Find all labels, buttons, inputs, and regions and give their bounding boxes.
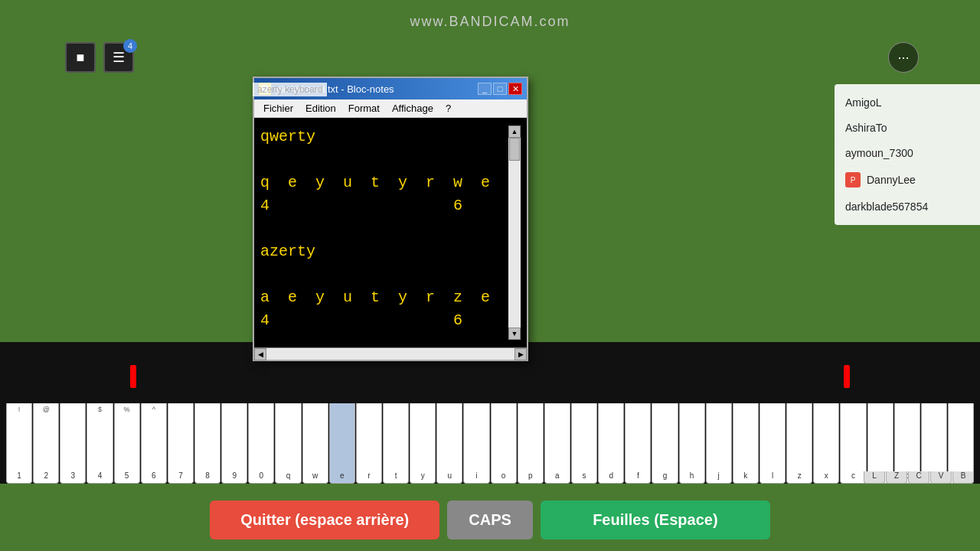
player-name: AshiraTo [845, 122, 887, 134]
maximize-button[interactable]: □ [493, 83, 507, 95]
player-item: AshiraTo [835, 116, 980, 141]
piano-key-e[interactable]: e [329, 403, 355, 484]
piano-key-7[interactable]: 7 [168, 403, 194, 484]
menu-edition[interactable]: Edition [299, 101, 342, 116]
piano-key-0[interactable]: 0 [248, 403, 274, 484]
top-left-icons: ■ ☰ 4 [65, 42, 134, 73]
menu-format[interactable]: Format [342, 101, 386, 116]
player-item: darkblade567854 [835, 194, 980, 219]
piano-key-8[interactable]: 8 [194, 403, 220, 484]
notification-button[interactable]: ☰ 4 [103, 42, 134, 73]
more-button[interactable]: ··· [888, 42, 919, 73]
piano-key-4[interactable]: $4 [87, 403, 113, 484]
piano-key-t[interactable]: t [383, 403, 409, 484]
caps-button[interactable]: CAPS [447, 500, 533, 540]
scroll-left-arrow[interactable]: ◀ [254, 348, 266, 360]
piano-key-V[interactable]: V [930, 471, 952, 484]
piano-key-Z-right[interactable]: Z [886, 471, 907, 484]
piano-key-x[interactable]: x [813, 403, 839, 484]
piano-key-f[interactable]: f [625, 403, 651, 484]
piano-key-k[interactable]: k [733, 403, 759, 484]
stop-icon: ■ [77, 50, 85, 66]
piano-key-9[interactable]: 9 [221, 403, 247, 484]
red-indicator-left [130, 365, 136, 388]
piano-key-w[interactable]: w [302, 403, 328, 484]
piano-key-a[interactable]: a [544, 403, 570, 484]
piano-key-6[interactable]: ^6 [141, 403, 167, 484]
player-item: aymoun_7300 [835, 141, 980, 166]
player-name: DannyLee [867, 174, 916, 186]
player-name: aymoun_7300 [845, 147, 913, 159]
piano-key-L[interactable]: L [864, 471, 885, 484]
notepad-scrollbar-vertical[interactable]: ▲ ▼ [508, 126, 521, 340]
piano-key-C[interactable]: C [908, 471, 929, 484]
more-icon: ··· [897, 50, 909, 66]
scrollbar-thumb[interactable] [509, 138, 520, 161]
piano-key-o[interactable]: o [491, 403, 517, 484]
notepad-menubar: Fichier Edition Format Affichage ? [254, 99, 527, 118]
red-indicator-right [844, 365, 850, 388]
piano-key-i[interactable]: i [463, 403, 489, 484]
azerty-keyboard-label: azerty keyboard [253, 83, 327, 96]
notepad-scrollbar-horizontal[interactable]: ◀ ▶ [254, 347, 527, 360]
piano-key-r[interactable]: r [356, 403, 382, 484]
piano-key-g[interactable]: g [652, 403, 678, 484]
player-item: AmigoL [835, 90, 980, 116]
menu-help[interactable]: ? [439, 101, 457, 116]
piano-key-u[interactable]: u [436, 403, 462, 484]
stop-button[interactable]: ■ [65, 42, 96, 73]
close-button[interactable]: ✕ [508, 83, 522, 95]
menu-fichier[interactable]: Fichier [257, 101, 299, 116]
player-badge-icon: P [845, 172, 861, 187]
scroll-up-arrow[interactable]: ▲ [508, 126, 521, 138]
right-special-keys: L Z C V B [864, 403, 974, 484]
bottom-buttons-bar: Quitter (espace arrière) CAPS Feuilles (… [0, 500, 980, 540]
piano-key-y[interactable]: y [410, 403, 436, 484]
quit-button[interactable]: Quitter (espace arrière) [210, 500, 439, 540]
watermark: www.BANDICAM.com [410, 14, 570, 30]
piano-key-h[interactable]: h [679, 403, 705, 484]
piano-key-z[interactable]: z [786, 403, 812, 484]
piano-key-d[interactable]: d [598, 403, 624, 484]
piano-key-B-right[interactable]: B [952, 471, 974, 484]
menu-affichage[interactable]: Affichage [386, 101, 439, 116]
player-list: AmigoL AshiraTo aymoun_7300 P DannyLee d… [835, 84, 980, 225]
scroll-down-arrow[interactable]: ▼ [508, 328, 521, 340]
h-scrollbar-track[interactable] [266, 348, 514, 360]
piano-body: !1 @2 3 $4 %5 ^6 7 8 9 0 q w e r t y u i… [0, 342, 980, 484]
player-item: P DannyLee [835, 166, 980, 194]
piano-key-p[interactable]: p [518, 403, 544, 484]
piano-key-1[interactable]: !1 [6, 403, 32, 484]
piano-key-c[interactable]: c [840, 403, 866, 484]
feuilles-button[interactable]: Feuilles (Espace) [541, 500, 770, 540]
white-keys-container: !1 @2 3 $4 %5 ^6 7 8 9 0 q w e r t y u i… [6, 403, 974, 484]
notepad-content-area: qwerty q e y u t y r w e 4 6 azerty a e … [254, 118, 527, 347]
scrollbar-track[interactable] [508, 138, 521, 328]
player-name: AmigoL [845, 96, 881, 109]
piano-key-s[interactable]: s [571, 403, 597, 484]
piano-key-5[interactable]: %5 [114, 403, 140, 484]
piano-key-2[interactable]: @2 [33, 403, 59, 484]
notepad-window: 📄 plc kid cudi.txt - Bloc-notes _ □ ✕ Fi… [253, 77, 528, 361]
piano-key-q[interactable]: q [275, 403, 301, 484]
top-right-menu: ··· [888, 42, 919, 73]
piano-key-j[interactable]: j [706, 403, 732, 484]
piano-key-l[interactable]: l [760, 403, 786, 484]
notepad-window-controls: _ □ ✕ [478, 83, 522, 95]
player-name: darkblade567854 [845, 201, 928, 213]
piano-key-3[interactable]: 3 [60, 403, 86, 484]
scroll-right-arrow[interactable]: ▶ [514, 348, 527, 360]
notif-icon: ☰ [113, 49, 125, 66]
minimize-button[interactable]: _ [478, 83, 492, 95]
notepad-text[interactable]: qwerty q e y u t y r w e 4 6 azerty a e … [260, 126, 505, 340]
notif-count: 4 [123, 39, 137, 53]
